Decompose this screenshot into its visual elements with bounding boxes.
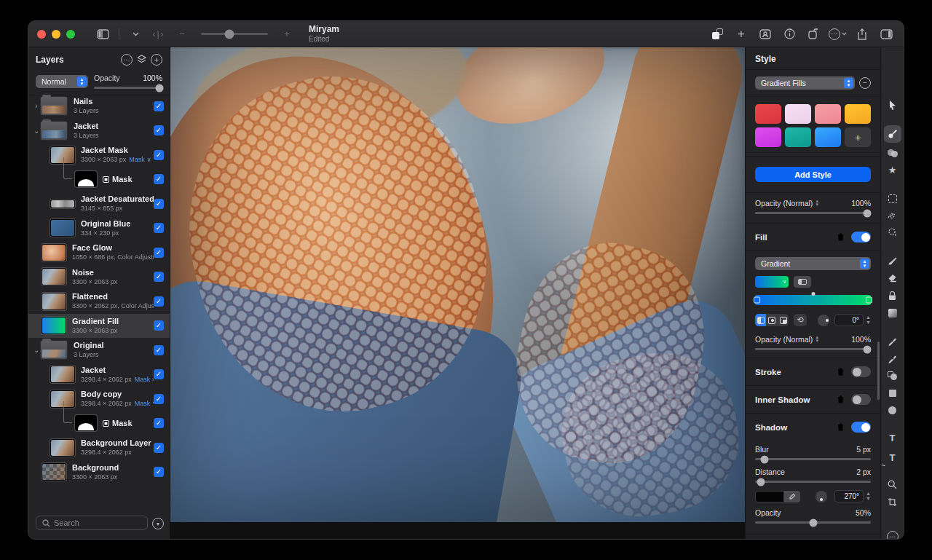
compare-icon[interactable]: ‹|› [150, 25, 167, 43]
gradient-editor-bar[interactable] [755, 295, 871, 305]
swatch-teal[interactable] [785, 127, 811, 147]
color-adjust-tool[interactable] [884, 144, 901, 162]
fill-tool[interactable] [884, 287, 901, 304]
swatch-blue[interactable] [815, 127, 841, 147]
trash-icon[interactable] [837, 395, 845, 404]
shadow-angle-dial[interactable] [816, 491, 827, 502]
stroke-toggle[interactable] [851, 366, 871, 377]
visibility-checkbox[interactable] [154, 223, 164, 233]
visibility-checkbox[interactable] [154, 272, 164, 282]
right-panel-icon[interactable] [877, 25, 895, 43]
erase-tool[interactable] [884, 269, 901, 287]
visibility-checkbox[interactable] [154, 443, 164, 453]
add-swatch-button[interactable]: + [845, 127, 871, 147]
chevron-right-icon[interactable]: › [33, 102, 39, 110]
layer-row-original-blue[interactable]: Original Blue 334 × 230 px [28, 216, 170, 241]
visibility-checkbox[interactable] [154, 345, 164, 355]
marquee-tool[interactable] [884, 190, 901, 208]
visibility-checkbox[interactable] [154, 174, 164, 184]
close-button[interactable] [37, 30, 46, 39]
angle-gradient-button[interactable] [778, 314, 789, 326]
linear-gradient-button[interactable] [755, 314, 766, 326]
more-icon[interactable]: ⋯ [829, 25, 847, 43]
plus-circle-icon[interactable]: + [151, 54, 162, 66]
chevron-down-icon[interactable]: ⌄ [33, 127, 39, 135]
text-tool[interactable]: T [884, 429, 901, 446]
search-input[interactable] [54, 518, 141, 527]
gradient-midpoint[interactable] [811, 292, 815, 296]
gradient-flip-icon[interactable] [794, 276, 811, 288]
swatch-salmon[interactable] [815, 104, 841, 124]
trash-icon[interactable] [837, 422, 845, 432]
mask-link[interactable]: Mask ∨ [129, 156, 151, 163]
visibility-checkbox[interactable] [154, 418, 164, 428]
layer-row-background[interactable]: Background 3300 × 2063 px [28, 460, 170, 485]
zoom-in-icon[interactable]: + [278, 25, 296, 43]
layer-row-jacket-mask[interactable]: Jacket Mask 3300 × 2063 pxMask ∨ [28, 143, 170, 167]
swatch-red[interactable] [755, 104, 781, 124]
layer-row-background-layer[interactable]: Background Layer 3298.4 × 2062 px [28, 435, 170, 460]
chevron-down-icon[interactable]: ⌄ [33, 346, 39, 354]
layer-row-jacket-group[interactable]: ⌄ Jacket 3 Layers [28, 119, 170, 143]
color-swap-icon[interactable] [708, 25, 726, 43]
arrow-tool[interactable] [884, 96, 901, 114]
ellipsis-circle-icon[interactable]: ⋯ [121, 54, 133, 66]
radial-gradient-button[interactable] [766, 314, 777, 326]
blend-mode-select[interactable]: Normal ▲▼ [36, 75, 88, 88]
shadow-angle-input[interactable]: 270° [834, 490, 864, 502]
eyedropper-icon[interactable] [784, 491, 800, 502]
visibility-checkbox[interactable] [154, 467, 164, 477]
stepper-icon[interactable]: ▲▼ [866, 492, 871, 501]
trash-icon[interactable] [837, 367, 845, 376]
shadow-toggle[interactable] [851, 422, 871, 433]
rect-shape-tool[interactable] [884, 384, 901, 402]
fill-type-select[interactable]: Gradient ▲▼ [755, 257, 871, 270]
add-icon[interactable]: + [732, 25, 750, 43]
rotate-icon[interactable] [805, 25, 822, 43]
chevron-down-icon[interactable] [127, 25, 144, 43]
minus-circle-icon[interactable]: − [859, 77, 871, 89]
layer-row-face-glow[interactable]: Face Glow 1050 × 686 px, Color Adjustme… [28, 240, 170, 265]
shape-tool[interactable] [884, 367, 901, 384]
layer-row-mask[interactable]: Mask [28, 411, 170, 436]
quick-select-tool[interactable] [884, 207, 901, 224]
visibility-checkbox[interactable] [154, 199, 164, 209]
visibility-checkbox[interactable] [154, 296, 164, 307]
fill-toggle[interactable] [851, 232, 871, 242]
zoom-out-icon[interactable]: − [173, 25, 191, 43]
visibility-checkbox[interactable] [154, 125, 164, 135]
visibility-checkbox[interactable] [154, 320, 164, 331]
stepper-icon[interactable]: ▲▼ [815, 336, 819, 344]
gradient-swatch-select[interactable]: ∨ [755, 276, 789, 288]
crop-tool[interactable] [884, 493, 901, 510]
fill-angle-dial[interactable] [818, 315, 829, 326]
scrollbar[interactable] [877, 342, 880, 400]
pen-tool[interactable] [884, 332, 901, 350]
zoom-slider[interactable] [201, 33, 268, 35]
stepper-icon[interactable]: ▲▼ [866, 315, 871, 325]
paint-tool[interactable] [884, 252, 901, 269]
layer-row-nails[interactable]: › Nails 3 Layers [28, 94, 170, 119]
visibility-checkbox[interactable] [154, 101, 164, 111]
text-warp-tool[interactable]: T [884, 449, 901, 466]
distance-slider[interactable] [755, 481, 871, 483]
visibility-checkbox[interactable] [154, 248, 164, 258]
effects-tool[interactable]: ★ [884, 161, 901, 178]
visibility-checkbox[interactable] [154, 394, 164, 404]
fill-opacity-slider[interactable] [755, 348, 871, 350]
portrait-icon[interactable] [757, 25, 774, 43]
style-opacity-slider[interactable] [755, 212, 871, 214]
canvas[interactable] [170, 47, 745, 539]
layers-opacity-slider[interactable] [94, 87, 162, 89]
layer-row-body-copy[interactable]: Body copy 3298.4 × 2062 pxMask ∨ [28, 387, 170, 411]
trash-icon[interactable] [837, 232, 845, 242]
style-preset-select[interactable]: Gradient Fills ▲▼ [755, 76, 855, 90]
stepper-icon[interactable]: ▲▼ [815, 200, 819, 208]
layer-row-mask[interactable]: Mask [28, 167, 170, 192]
color-select-tool[interactable] [884, 223, 901, 240]
mask-link[interactable]: Mask › [135, 376, 154, 383]
gradient-stop-end[interactable] [866, 297, 872, 304]
zoom-tool[interactable] [884, 476, 901, 493]
visibility-checkbox[interactable] [154, 369, 164, 379]
swatch-gold[interactable] [845, 104, 871, 124]
